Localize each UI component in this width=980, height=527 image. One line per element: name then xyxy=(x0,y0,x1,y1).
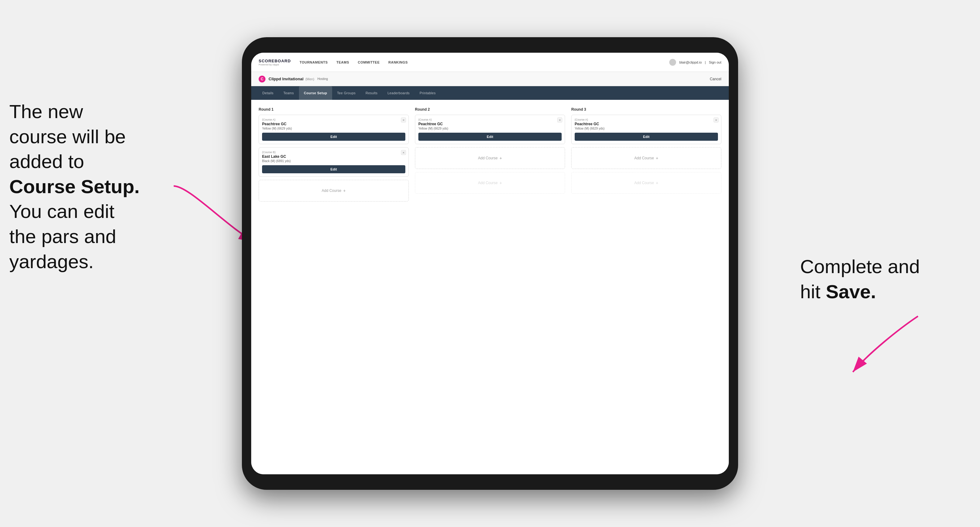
round2-course-a-edit-button[interactable]: Edit xyxy=(418,133,562,141)
annotation-line5: the pars and xyxy=(9,226,116,247)
nav-committee[interactable]: COMMITTEE xyxy=(358,59,380,65)
round3-course-a-label: (Course A) xyxy=(575,118,718,121)
rounds-container: Round 1 ✕ (Course A) Peachtree GC Yellow… xyxy=(259,107,721,205)
round2-course-a-delete[interactable]: ✕ xyxy=(557,117,562,122)
tab-results[interactable]: Results xyxy=(361,86,383,100)
scoreboard-title: SCOREBOARD xyxy=(259,59,291,63)
round-1-column: Round 1 ✕ (Course A) Peachtree GC Yellow… xyxy=(259,107,409,205)
round3-add-course-plus-icon: + xyxy=(656,156,659,160)
sub-header: C Clippd Invitational (Men) Hosting Canc… xyxy=(251,72,729,86)
round-3-column: Round 3 ✕ (Course A) Peachtree GC Yellow… xyxy=(571,107,721,205)
round2-course-a-details: Yellow (M) (6629 yds) xyxy=(418,127,562,130)
annotation-right-line1: Complete and xyxy=(800,256,920,277)
round1-course-a-card: ✕ (Course A) Peachtree GC Yellow (M) (66… xyxy=(259,115,409,144)
annotation-line3: added to xyxy=(9,151,84,172)
tournament-name: Clippd Invitational xyxy=(269,76,304,81)
round-2-column: Round 2 ✕ (Course A) Peachtree GC Yellow… xyxy=(415,107,565,205)
annotation-line2: course will be xyxy=(9,126,126,147)
logo-letter: C xyxy=(261,77,264,81)
round1-course-b-details: Black (M) (6891 yds) xyxy=(262,159,405,163)
round3-course-a-edit-button[interactable]: Edit xyxy=(575,133,718,141)
round3-add-course-active[interactable]: Add Course + xyxy=(571,147,721,169)
round1-course-b-label: (Course B) xyxy=(262,151,405,154)
tab-course-setup[interactable]: Course Setup xyxy=(299,86,332,100)
round1-add-course-label: Add Course xyxy=(321,189,341,193)
round1-course-a-details: Yellow (M) (6629 yds) xyxy=(262,127,405,130)
main-content: Round 1 ✕ (Course A) Peachtree GC Yellow… xyxy=(251,100,729,474)
user-avatar xyxy=(669,59,676,66)
tab-printables[interactable]: Printables xyxy=(415,86,441,100)
annotation-right-bold: Save. xyxy=(826,281,876,302)
annotation-right-line2: hit xyxy=(800,281,826,302)
sign-out-link[interactable]: Sign out xyxy=(709,60,721,64)
top-nav-right: blair@clippd.io | Sign out xyxy=(669,59,721,66)
annotation-left: The new course will be added to Course S… xyxy=(9,99,189,274)
tablet-device: SCOREBOARD Powered by clippd TOURNAMENTS… xyxy=(242,37,738,490)
tablet-screen: SCOREBOARD Powered by clippd TOURNAMENTS… xyxy=(251,53,729,474)
annotation-right: Complete and hit Save. xyxy=(800,254,955,304)
round1-course-a-edit-button[interactable]: Edit xyxy=(262,133,405,141)
tab-details[interactable]: Details xyxy=(258,86,278,100)
sub-header-logo: C xyxy=(259,76,266,83)
round2-add-course-disabled-label: Add Course xyxy=(478,181,498,185)
nav-tournaments[interactable]: TOURNAMENTS xyxy=(299,59,328,65)
round1-add-course-plus-icon: + xyxy=(343,188,346,193)
tab-teams[interactable]: Teams xyxy=(278,86,299,100)
round3-course-a-details: Yellow (M) (6629 yds) xyxy=(575,127,718,130)
round1-course-a-delete[interactable]: ✕ xyxy=(401,117,406,122)
arrow-right xyxy=(843,310,931,378)
hosting-badge: Hosting xyxy=(317,77,328,81)
round2-add-course-disabled-plus-icon: + xyxy=(500,181,502,186)
tabs-bar: Details Teams Course Setup Tee Groups Re… xyxy=(251,86,729,100)
round3-add-course-active-label: Add Course xyxy=(634,156,654,160)
round3-course-a-name: Peachtree GC xyxy=(575,122,718,126)
nav-rankings[interactable]: RANKINGS xyxy=(388,59,408,65)
round1-course-b-edit-button[interactable]: Edit xyxy=(262,165,405,173)
tab-leaderboards[interactable]: Leaderboards xyxy=(382,86,415,100)
round1-course-b-card: ✕ (Course B) East Lake GC Black (M) (689… xyxy=(259,147,409,177)
round3-course-a-card: ✕ (Course A) Peachtree GC Yellow (M) (66… xyxy=(571,115,721,144)
round2-course-a-label: (Course A) xyxy=(418,118,562,121)
tab-tee-groups[interactable]: Tee Groups xyxy=(332,86,361,100)
annotation-line1: The new xyxy=(9,101,83,122)
cancel-button[interactable]: Cancel xyxy=(710,77,721,81)
scoreboard-sub: Powered by clippd xyxy=(259,63,291,66)
nav-teams[interactable]: TEAMS xyxy=(336,59,349,65)
annotation-bold: Course Setup. xyxy=(9,176,140,197)
round3-add-course-disabled-plus-icon: + xyxy=(656,181,659,186)
annotation-line6: yardages. xyxy=(9,251,94,272)
top-nav: SCOREBOARD Powered by clippd TOURNAMENTS… xyxy=(251,53,729,72)
round2-add-course-active-label: Add Course xyxy=(478,156,498,160)
round-3-title: Round 3 xyxy=(571,107,721,112)
round3-add-course-disabled: Add Course + xyxy=(571,172,721,194)
round1-course-b-name: East Lake GC xyxy=(262,154,405,159)
user-email: blair@clippd.io xyxy=(679,60,702,64)
round2-add-course-plus-icon: + xyxy=(500,156,502,160)
round2-add-course-active[interactable]: Add Course + xyxy=(415,147,565,169)
annotation-line4: You can edit xyxy=(9,200,115,222)
round3-course-a-delete[interactable]: ✕ xyxy=(714,117,719,122)
round2-course-a-card: ✕ (Course A) Peachtree GC Yellow (M) (66… xyxy=(415,115,565,144)
round1-course-a-name: Peachtree GC xyxy=(262,122,405,126)
round1-add-course[interactable]: Add Course + xyxy=(259,180,409,202)
round3-add-course-disabled-label: Add Course xyxy=(634,181,654,185)
round-2-title: Round 2 xyxy=(415,107,565,112)
top-nav-links: TOURNAMENTS TEAMS COMMITTEE RANKINGS xyxy=(299,59,670,65)
separator: | xyxy=(705,60,706,64)
round2-course-a-name: Peachtree GC xyxy=(418,122,562,126)
tournament-gender: (Men) xyxy=(305,77,315,81)
round-1-title: Round 1 xyxy=(259,107,409,112)
round1-course-a-label: (Course A) xyxy=(262,118,405,121)
scoreboard-logo: SCOREBOARD Powered by clippd xyxy=(259,59,291,66)
round2-add-course-disabled: Add Course + xyxy=(415,172,565,194)
round1-course-b-delete[interactable]: ✕ xyxy=(401,150,406,155)
